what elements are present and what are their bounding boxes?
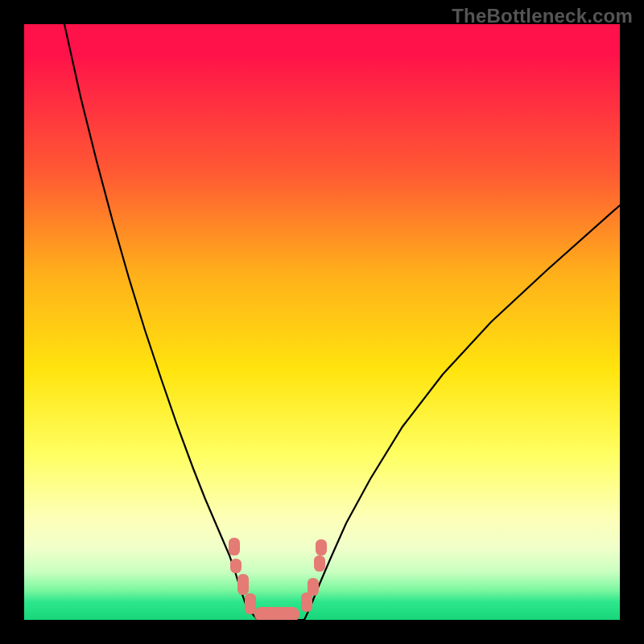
marker-dot [254,607,299,620]
marker-dot [308,578,319,596]
valley-markers [229,538,327,620]
marker-dot [245,593,256,614]
bottleneck-curve [24,24,620,620]
marker-dot [314,555,325,572]
curve-right-branch [304,205,620,620]
chart-frame: TheBottleneck.com [0,0,644,644]
curve-left-branch [64,24,258,620]
marker-dot [237,574,249,595]
watermark-label: TheBottleneck.com [452,5,633,27]
marker-dot [316,539,327,555]
marker-dot [301,592,312,612]
plot-area [24,24,620,620]
marker-dot [229,538,240,555]
marker-dot [230,559,242,573]
